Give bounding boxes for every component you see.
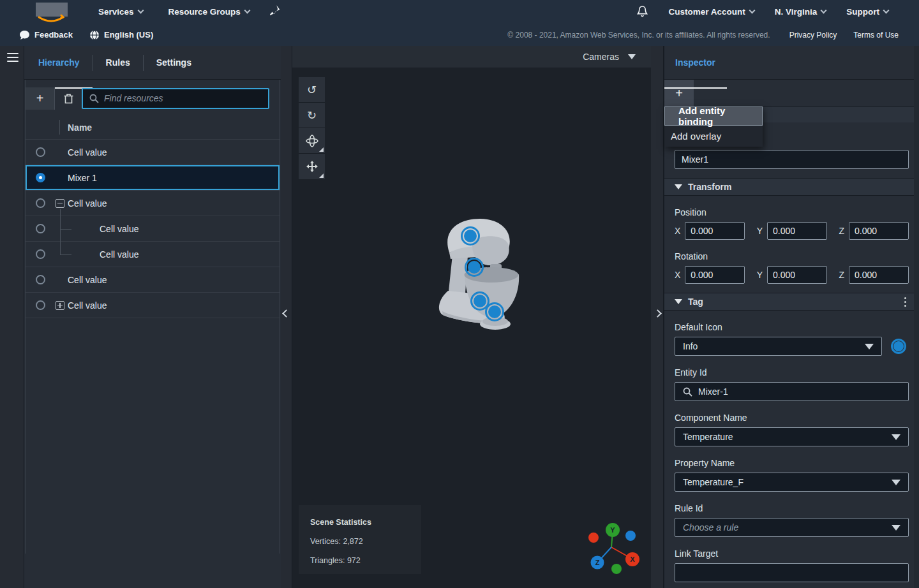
chevron-down-icon <box>821 8 827 14</box>
nav-customer-account[interactable]: Customer Account <box>668 7 754 17</box>
tree-row[interactable]: Cell value <box>26 140 280 165</box>
position-x-input[interactable] <box>685 222 745 240</box>
nav-resource-groups-label: Resource Groups <box>168 7 241 17</box>
radio-button[interactable] <box>36 198 45 208</box>
menu-item-add-overlay[interactable]: Add overlay <box>664 126 763 147</box>
property-name-select[interactable]: Temperature_F <box>675 473 909 492</box>
axis-y-label: Y <box>757 270 763 280</box>
rotation-z-input[interactable] <box>849 266 909 284</box>
tree-row-selected[interactable]: Mixer 1 <box>26 165 280 191</box>
axis-x-label: X <box>630 555 635 563</box>
tree-row-child[interactable]: Cell value <box>26 216 280 242</box>
caret-down-icon <box>675 184 682 189</box>
chevron-down-icon <box>137 8 144 14</box>
tab-settings[interactable]: Settings <box>143 55 204 71</box>
speech-bubble-icon <box>19 30 30 40</box>
radio-button[interactable] <box>36 275 45 284</box>
pin-icon[interactable] <box>270 4 280 19</box>
radio-button[interactable] <box>36 300 45 310</box>
default-icon-select[interactable]: Info <box>675 337 882 356</box>
caret-down-icon <box>892 480 900 485</box>
tab-rules[interactable]: Rules <box>93 55 143 71</box>
scene-tag[interactable] <box>461 226 480 246</box>
chevron-down-icon <box>883 8 890 14</box>
aws-logo[interactable] <box>33 1 70 23</box>
tab-inspector-label: Inspector <box>675 57 715 68</box>
tree-row[interactable]: Cell value <box>26 191 280 216</box>
scene-tag[interactable] <box>465 258 484 277</box>
add-component-button[interactable]: + <box>664 80 694 107</box>
terms-of-use-link[interactable]: Terms of Use <box>853 31 899 40</box>
kebab-menu-icon[interactable] <box>902 295 909 309</box>
tree-table-header: Name <box>26 115 280 140</box>
caret-down-icon <box>892 434 900 440</box>
nav-resource-groups[interactable]: Resource Groups <box>168 7 250 17</box>
rule-id-placeholder: Choose a rule <box>683 522 892 533</box>
collapse-node-icon[interactable] <box>56 199 64 208</box>
radio-button[interactable] <box>36 249 45 259</box>
tab-hierarchy[interactable]: Hierarchy <box>26 46 93 79</box>
hamburger-menu-icon[interactable] <box>7 53 19 62</box>
translate-tool-button[interactable] <box>299 154 325 179</box>
privacy-policy-link[interactable]: Privacy Policy <box>789 31 837 40</box>
triangles-count: Triangles: 972 <box>310 556 410 565</box>
cameras-dropdown[interactable]: Cameras <box>292 46 651 68</box>
axis-y-label: Y <box>610 526 615 534</box>
tree-row-child[interactable]: Cell value <box>26 242 280 267</box>
tab-inspector[interactable]: Inspector <box>664 46 727 79</box>
scene-tag[interactable] <box>485 302 504 321</box>
component-name-select[interactable]: Temperature <box>675 427 909 446</box>
collapse-left-panel-chevron[interactable] <box>282 309 290 318</box>
scene-viewport[interactable]: Cameras ↺ ↻ <box>292 46 651 588</box>
trash-icon <box>64 93 73 104</box>
link-target-label: Link Target <box>675 548 909 559</box>
radio-button-checked[interactable] <box>36 173 45 182</box>
undo-icon: ↺ <box>307 84 317 96</box>
nav-support[interactable]: Support <box>846 7 888 17</box>
tree-row-label: Cell value <box>100 224 138 234</box>
bell-icon[interactable] <box>637 5 648 19</box>
radio-button[interactable] <box>36 224 45 233</box>
delete-resource-button[interactable] <box>55 87 82 109</box>
entity-id-input[interactable]: Mixer-1 <box>675 382 909 401</box>
scrollbar-track[interactable] <box>914 46 919 588</box>
position-y-input[interactable] <box>767 222 827 240</box>
tree-row-label: Mixer 1 <box>68 173 97 183</box>
menu-item-add-entity-binding[interactable]: Add entity binding <box>664 107 763 126</box>
chevron-down-icon <box>244 8 250 14</box>
nav-services[interactable]: Services <box>98 7 143 17</box>
rotation-x-input[interactable] <box>685 266 745 284</box>
transform-section-header[interactable]: Transform <box>664 178 919 196</box>
tag-section-header[interactable]: Tag <box>664 293 919 311</box>
globe-icon <box>89 30 100 40</box>
rotation-y-input[interactable] <box>767 266 827 284</box>
feedback-button[interactable]: Feedback <box>19 30 73 40</box>
rotation-label: Rotation <box>675 251 909 261</box>
rule-id-label: Rule Id <box>675 503 909 513</box>
add-resource-button[interactable]: + <box>26 87 55 110</box>
axis-neg-y-handle[interactable] <box>611 564 622 574</box>
component-name-label: Component Name <box>675 413 909 423</box>
inspector-panel: Inspector + Add entity binding Add overl… <box>664 46 919 588</box>
link-target-input[interactable] <box>675 563 909 582</box>
axis-gizmo[interactable]: Y X Z <box>584 522 643 577</box>
position-z-input[interactable] <box>849 222 909 240</box>
radio-button[interactable] <box>36 147 45 157</box>
mixer-3d-model <box>434 216 530 343</box>
search-input[interactable] <box>104 93 262 103</box>
expand-node-icon[interactable] <box>56 301 64 310</box>
caret-down-icon <box>628 54 636 59</box>
nav-region[interactable]: N. Virginia <box>775 7 826 17</box>
undo-button[interactable]: ↺ <box>299 77 325 103</box>
axis-neg-x-handle[interactable] <box>588 533 599 543</box>
rule-id-select[interactable]: Choose a rule <box>675 518 909 537</box>
caret-down-icon <box>865 344 874 349</box>
axis-neg-z-handle[interactable] <box>625 531 636 541</box>
entity-name-input[interactable] <box>675 150 909 169</box>
expand-right-panel-chevron[interactable] <box>654 309 662 318</box>
rotate-tool-button[interactable] <box>299 128 325 154</box>
tree-row[interactable]: Cell value <box>26 267 280 293</box>
redo-button[interactable]: ↻ <box>299 103 325 128</box>
tree-row[interactable]: Cell value <box>26 293 280 318</box>
language-selector[interactable]: English (US) <box>89 30 153 40</box>
